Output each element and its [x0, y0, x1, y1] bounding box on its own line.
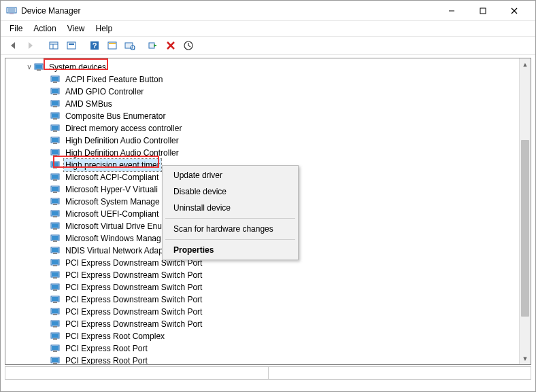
maximize-button[interactable]: [467, 1, 499, 21]
svg-rect-54: [53, 192, 57, 193]
tree-device-label: High Definition Audio Controller: [64, 147, 180, 159]
device-icon: [50, 111, 61, 121]
content-area: vSystem devicesACPI Fixed Feature Button…: [1, 55, 535, 380]
tree-device-label: PCI Express Root Port: [64, 355, 149, 365]
enable-device-button[interactable]: [145, 37, 161, 54]
properties-button[interactable]: [63, 37, 80, 54]
scrollbar-thumb[interactable]: [521, 140, 529, 317]
tree-device-row[interactable]: PCI Express Root Port: [5, 355, 531, 365]
tree-device-label: Composite Bus Enumerator: [64, 110, 167, 122]
tree-device-label: PCI Express Downstream Switch Port: [64, 269, 203, 281]
svg-rect-33: [53, 106, 57, 107]
svg-rect-81: [53, 302, 57, 303]
svg-rect-92: [52, 346, 58, 350]
scan-hardware-button[interactable]: [122, 37, 138, 54]
svg-rect-75: [53, 277, 57, 279]
svg-rect-27: [53, 82, 57, 83]
svg-rect-23: [35, 65, 42, 69]
vertical-scrollbar[interactable]: ▲ ▼: [519, 58, 531, 364]
svg-rect-41: [52, 138, 58, 142]
tree-device-row[interactable]: PCI Express Root Port: [5, 342, 531, 355]
ctx-uninstall-device[interactable]: Uninstall device: [164, 200, 297, 216]
toolbar: ?: [1, 36, 535, 55]
device-icon: [50, 246, 61, 255]
statusbar: [5, 366, 531, 380]
close-button[interactable]: [499, 1, 530, 21]
svg-rect-29: [52, 89, 58, 93]
ctx-separator: [165, 239, 295, 240]
tree-device-row[interactable]: PCI Express Downstream Switch Port: [5, 281, 531, 293]
svg-rect-66: [53, 240, 57, 242]
update-driver-button[interactable]: [180, 37, 197, 54]
svg-rect-45: [53, 155, 57, 156]
svg-rect-80: [52, 297, 58, 301]
tree-device-row[interactable]: PCI Express Root Complex: [5, 330, 531, 342]
tree-device-row[interactable]: AMD SMBus: [5, 98, 531, 110]
tree-device-row[interactable]: PCI Express Downstream Switch Port: [5, 306, 531, 318]
action-button[interactable]: [104, 37, 120, 54]
device-icon: [50, 270, 61, 280]
tree-device-row[interactable]: High Definition Audio Controller: [5, 135, 531, 147]
tree-device-row[interactable]: PCI Express Downstream Switch Port: [5, 318, 531, 330]
svg-rect-59: [52, 211, 58, 215]
svg-rect-53: [52, 187, 58, 191]
device-icon: [50, 87, 61, 96]
help-button[interactable]: ?: [86, 37, 103, 54]
svg-rect-60: [53, 216, 57, 217]
show-hide-tree-button[interactable]: [46, 37, 62, 54]
menu-action[interactable]: Action: [29, 22, 61, 35]
ctx-scan-hardware[interactable]: Scan for hardware changes: [164, 221, 297, 237]
tree-device-row[interactable]: PCI Express Downstream Switch Port: [5, 293, 531, 306]
ctx-properties[interactable]: Properties: [164, 242, 297, 258]
svg-rect-42: [53, 143, 57, 144]
menu-help[interactable]: Help: [91, 22, 118, 35]
svg-rect-44: [52, 150, 58, 154]
minimize-button[interactable]: [436, 1, 467, 21]
ctx-disable-device[interactable]: Disable device: [164, 183, 297, 200]
tree-root-row[interactable]: vSystem devices: [5, 61, 531, 73]
tree-device-label: Microsoft Virtual Drive Enu: [64, 220, 163, 232]
tree-device-row[interactable]: PCI Express Downstream Switch Port: [5, 269, 531, 281]
tree-device-label: Microsoft UEFI-Compliant: [64, 208, 160, 220]
svg-rect-35: [52, 113, 58, 118]
svg-rect-57: [53, 204, 57, 205]
ctx-update-driver[interactable]: Update driver: [164, 167, 297, 183]
svg-rect-30: [53, 94, 57, 95]
tree-device-row[interactable]: High Definition Audio Controller: [5, 147, 531, 159]
tree-device-label: PCI Express Downstream Switch Port: [64, 306, 203, 318]
tree-device-row[interactable]: Composite Bus Enumerator: [5, 110, 531, 122]
scrollbar-down-icon[interactable]: ▼: [520, 353, 531, 364]
svg-rect-10: [69, 43, 74, 45]
app-icon: [6, 5, 17, 16]
scrollbar-up-icon[interactable]: ▲: [520, 58, 531, 70]
svg-rect-65: [52, 236, 58, 240]
svg-rect-74: [52, 272, 58, 277]
tree-device-label: ACPI Fixed Feature Button: [64, 73, 164, 86]
tree-device-label: Microsoft ACPI-Compliant: [64, 171, 160, 183]
svg-rect-36: [53, 118, 57, 120]
tree-device-label: PCI Express Root Complex: [64, 330, 166, 342]
menu-view[interactable]: View: [63, 22, 90, 35]
tree-device-row[interactable]: Direct memory access controller: [5, 122, 531, 135]
svg-rect-90: [53, 338, 57, 340]
svg-rect-38: [52, 126, 58, 130]
window-title: Device Manager: [21, 6, 436, 16]
svg-rect-96: [53, 363, 57, 364]
chevron-down-icon[interactable]: v: [24, 61, 34, 73]
back-button[interactable]: [5, 37, 21, 54]
tree-device-row[interactable]: ACPI Fixed Feature Button: [5, 73, 531, 86]
svg-rect-50: [52, 175, 58, 179]
svg-rect-68: [52, 248, 58, 252]
tree-device-label: PCI Express Downstream Switch Port: [64, 293, 203, 306]
svg-rect-24: [37, 69, 41, 71]
uninstall-device-button[interactable]: [163, 37, 179, 54]
menu-file[interactable]: File: [5, 22, 27, 35]
device-icon: [50, 209, 61, 219]
computer-icon: [34, 63, 45, 72]
tree-device-row[interactable]: AMD GPIO Controller: [5, 86, 531, 98]
forward-button[interactable]: [22, 37, 39, 54]
svg-rect-47: [52, 162, 58, 166]
svg-rect-84: [53, 314, 57, 315]
svg-rect-95: [52, 358, 58, 362]
svg-rect-3: [480, 8, 486, 14]
